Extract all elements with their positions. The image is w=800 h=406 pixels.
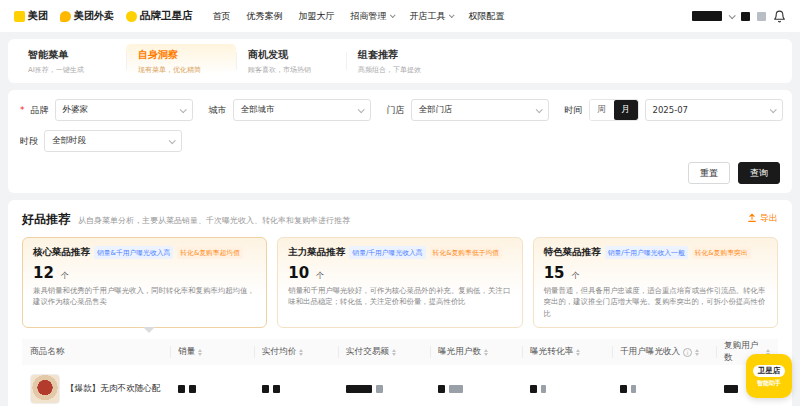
filter-actions: 重置 查询: [20, 162, 780, 184]
cell-transaction-amount-redacted: [338, 385, 430, 393]
nav-item-home[interactable]: 首页: [213, 10, 231, 23]
satellite-assistant-widget[interactable]: 卫星店 智能助手: [746, 354, 792, 398]
sort-icon[interactable]: [198, 349, 202, 357]
card-core-dish-count-number: 12: [33, 264, 54, 282]
waimai-logo-text: 美团外卖: [74, 9, 114, 23]
th-product-name-label: 商品名称: [30, 346, 64, 358]
tab-smart-menu[interactable]: 智能菜单 AI推荐，一键生成: [16, 44, 126, 78]
logo-group: 美团 美团外卖 品牌卫星店: [14, 9, 193, 23]
redacted-value: [631, 385, 636, 393]
recommendation-panel: 好品推荐 从自身菜单分析，主要从菜品销量、千次曝光收入、转化率和复购率进行推荐 …: [8, 200, 792, 406]
period-select-value: 全部时段: [52, 135, 169, 147]
time-week-option[interactable]: 周: [590, 100, 614, 120]
card-core-dish-header: 核心菜品推荐 销量&千用户曝光收入高 转化&复购率超均值: [33, 246, 256, 259]
nav-item-store-tools[interactable]: 开店工具: [410, 10, 453, 23]
period-label: 时段: [20, 135, 38, 148]
nav-item-home-label: 首页: [213, 10, 231, 23]
export-button[interactable]: 导出: [747, 212, 778, 225]
redacted-value: [449, 385, 463, 393]
th-sales-label: 销量: [178, 346, 195, 358]
export-icon: [747, 213, 757, 223]
satellite-store-logo[interactable]: 品牌卫星店: [126, 9, 193, 23]
card-main-dish-badge-conversion: 转化&复购率低于均值: [430, 246, 502, 259]
cell-product-name: 【爆款】无肉不欢随心配: [22, 374, 170, 404]
city-select[interactable]: 全部城市: [233, 99, 371, 121]
tab-opportunity[interactable]: 商机发现 顾客喜欢，市场热销: [236, 44, 346, 78]
period-select[interactable]: 全部时段: [44, 130, 182, 152]
tab-opportunity-subtitle: 顾客喜欢，市场热销: [248, 65, 334, 75]
feature-tabs: 智能菜单 AI推荐，一键生成 自身洞察 现有菜单，优化精简 商机发现 顾客喜欢，…: [8, 39, 792, 83]
filter-time: 时间 周 月 2025-07: [565, 99, 783, 121]
sort-icon[interactable]: [392, 349, 396, 357]
waimai-logo[interactable]: 美团外卖: [60, 9, 114, 23]
chevron-down-icon[interactable]: [729, 12, 736, 19]
meituan-logo[interactable]: 美团: [14, 9, 48, 23]
card-core-dish[interactable]: 核心菜品推荐 销量&千用户曝光收入高 转化&复购率超均值 12 个 兼具销量和优…: [22, 237, 267, 328]
tab-smart-menu-subtitle: AI推荐，一键生成: [28, 65, 114, 75]
filter-brand: * 品牌 外婆家: [20, 99, 193, 121]
filter-row-1: * 品牌 外婆家 城市 全部城市 门店 全部门店 时间 周: [20, 99, 780, 121]
redacted-value: [724, 385, 738, 393]
brand-select[interactable]: 外婆家: [55, 99, 193, 121]
th-transaction-amount-label: 实付交易额: [346, 346, 389, 358]
tab-self-insight[interactable]: 自身洞察 现有菜单，优化精简: [126, 44, 236, 78]
redacted-value: [273, 385, 280, 393]
chevron-down-icon: [389, 12, 395, 18]
meituan-logo-icon: [14, 11, 25, 22]
sort-icon[interactable]: [576, 349, 580, 357]
card-special-dish[interactable]: 特色菜品推荐 销量/千用户曝光收入一般 转化&复购率突出 15 个 销量普通，但…: [533, 237, 778, 328]
card-main-dish[interactable]: 主力菜品推荐 销量/千用户曝光收入高 转化&复购率低于均值 10 个 销量和千用…: [277, 237, 522, 328]
redacted-value: [346, 385, 372, 393]
th-exposed-users[interactable]: 曝光用户数: [430, 339, 522, 365]
th-avg-price-label: 实付均价: [262, 346, 296, 358]
sort-icon[interactable]: [299, 349, 303, 357]
card-special-dish-count-number: 15: [544, 264, 565, 282]
th-conversion-rate[interactable]: 曝光转化率: [522, 339, 612, 365]
card-special-dish-badge-sales: 销量/千用户曝光收入一般: [605, 246, 688, 259]
nav-item-franchise-hall[interactable]: 加盟大厅: [299, 10, 335, 23]
store-select[interactable]: 全部门店: [411, 99, 549, 121]
notification-bell-icon[interactable]: [773, 10, 786, 23]
redacted-avatar: [741, 12, 750, 21]
sort-icon[interactable]: [484, 349, 488, 357]
cell-avg-price-redacted: [254, 385, 338, 393]
widget-bubble-label: 卫星店: [753, 365, 786, 377]
date-select[interactable]: 2025-07: [645, 99, 783, 121]
time-month-option[interactable]: 月: [614, 100, 638, 120]
section-subtitle: 从自身菜单分析，主要从菜品销量、千次曝光收入、转化率和复购率进行推荐: [78, 215, 350, 226]
card-special-dish-header: 特色菜品推荐 销量/千用户曝光收入一般 转化&复购率突出: [544, 246, 767, 259]
sort-icon[interactable]: [695, 349, 699, 357]
th-exposure-revenue-label: 千用户曝光收入: [620, 346, 680, 358]
chevron-down-icon: [769, 106, 776, 113]
filter-panel: * 品牌 外婆家 城市 全部城市 门店 全部门店 时间 周: [8, 90, 792, 193]
account-name-redacted[interactable]: [692, 11, 722, 21]
card-special-dish-count-unit: 个: [572, 271, 580, 280]
card-core-dish-title: 核心菜品推荐: [33, 246, 90, 259]
nav-item-cases-label: 优秀案例: [247, 10, 283, 23]
table-row[interactable]: 【爆款】无肉不欢随心配: [22, 365, 778, 406]
tab-self-insight-title: 自身洞察: [138, 48, 224, 62]
chevron-down-icon: [169, 137, 176, 144]
export-label: 导出: [760, 212, 778, 225]
redacted-value: [262, 385, 269, 393]
recommendation-cards: 核心菜品推荐 销量&千用户曝光收入高 转化&复购率超均值 12 个 兼具销量和优…: [22, 237, 778, 328]
th-sales[interactable]: 销量: [170, 339, 254, 365]
satellite-store-logo-text: 品牌卫星店: [140, 9, 193, 23]
nav-item-cases[interactable]: 优秀案例: [247, 10, 283, 23]
nav-item-investment[interactable]: 招商管理: [351, 10, 394, 23]
th-avg-price[interactable]: 实付均价: [254, 339, 338, 365]
card-main-dish-description: 销量和千用户曝光较好，可作为核心菜品外的补充。复购低，关注口味和出品稳定；转化低…: [288, 285, 511, 308]
reset-button[interactable]: 重置: [688, 162, 730, 184]
redacted-value: [189, 385, 196, 393]
tab-combo[interactable]: 组套推荐 高频组合，下单提效: [346, 44, 456, 78]
nav-item-permissions[interactable]: 权限配置: [469, 10, 505, 23]
card-core-dish-count: 12 个: [33, 263, 256, 282]
query-button[interactable]: 查询: [738, 162, 780, 184]
info-icon[interactable]: i: [683, 348, 692, 357]
th-exposure-revenue[interactable]: 千用户曝光收入 i: [612, 339, 716, 365]
th-exposed-users-label: 曝光用户数: [438, 346, 481, 358]
dish-name: 【爆款】无肉不欢随心配: [66, 383, 161, 394]
nav-item-franchise-hall-label: 加盟大厅: [299, 10, 335, 23]
th-transaction-amount[interactable]: 实付交易额: [338, 339, 430, 365]
store-label: 门店: [387, 104, 405, 117]
